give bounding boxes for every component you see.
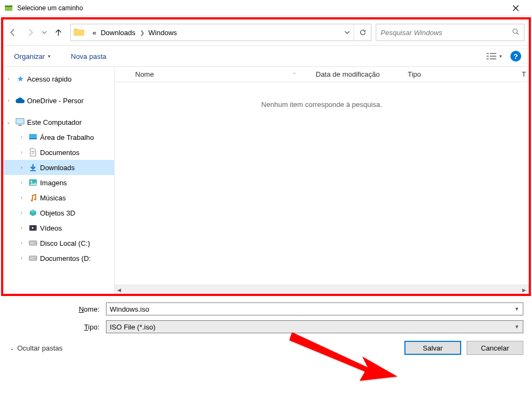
chevron-down-icon[interactable]: ▼ <box>512 304 522 314</box>
column-type[interactable]: Tipo <box>401 70 515 78</box>
chevron-icon[interactable]: › <box>17 210 26 216</box>
filename-label: Nome: <box>9 305 106 313</box>
svg-rect-8 <box>490 58 496 59</box>
chevron-down-icon: ▼ <box>498 54 503 59</box>
file-list: Nome ⌃ Data de modificação Tipo T Nenhum… <box>114 67 529 294</box>
tree-item[interactable]: ⌄Este Computador <box>3 115 114 130</box>
video-icon <box>28 223 38 233</box>
svg-rect-11 <box>18 125 22 126</box>
chevron-icon[interactable]: › <box>17 150 26 155</box>
doc-icon <box>28 147 38 157</box>
tree-item-label: Acesso rápido <box>27 75 71 83</box>
column-date[interactable]: Data de modificação <box>309 70 401 78</box>
column-name[interactable]: Nome ⌃ <box>115 70 309 78</box>
chevron-down-icon[interactable]: ▼ <box>512 322 522 332</box>
download-icon <box>28 163 38 172</box>
svg-rect-13 <box>29 138 37 139</box>
up-button[interactable] <box>51 25 66 40</box>
column-extra[interactable]: T <box>515 70 529 78</box>
tree-item[interactable]: ›Músicas <box>3 190 114 205</box>
filename-input[interactable]: Windows.iso ▼ <box>106 302 523 315</box>
svg-point-23 <box>35 243 36 244</box>
svg-rect-10 <box>16 119 24 124</box>
cancel-button[interactable]: Cancelar <box>467 341 523 355</box>
chevron-icon[interactable]: › <box>17 240 26 246</box>
navigation-tree: ›★Acesso rápido›OneDrive - Persor⌄Este C… <box>3 67 114 294</box>
tree-item-label: Vídeos <box>40 224 62 232</box>
image-icon <box>28 178 38 187</box>
tree-item-label: Documentos <box>40 149 79 157</box>
chevron-icon[interactable]: › <box>17 225 26 231</box>
tree-item[interactable]: ›Documentos (D: <box>3 251 114 266</box>
hide-folders-button[interactable]: ⌄ Ocultar pastas <box>10 344 63 352</box>
chevron-icon[interactable]: › <box>4 76 13 82</box>
save-button[interactable]: Salvar <box>404 341 461 355</box>
breadcrumb-item[interactable]: Downloads <box>98 29 137 37</box>
chevron-icon[interactable]: ⌄ <box>4 119 13 125</box>
search-box[interactable] <box>376 24 524 41</box>
svg-rect-1 <box>5 5 12 7</box>
scroll-right-icon[interactable]: ▶ <box>520 285 529 294</box>
navigation-bar: « Downloads ❯ Windows <box>3 19 529 45</box>
chevron-icon[interactable]: › <box>17 255 26 261</box>
recent-dropdown[interactable] <box>40 25 49 40</box>
tree-item-label: Objetos 3D <box>40 209 75 217</box>
help-button[interactable]: ? <box>510 51 521 62</box>
chevron-icon[interactable]: › <box>17 165 26 170</box>
chevron-icon[interactable]: › <box>17 195 26 200</box>
3d-icon <box>28 208 38 218</box>
hide-folders-label: Ocultar pastas <box>17 344 63 352</box>
refresh-button[interactable] <box>354 24 371 41</box>
desktop-icon <box>28 132 38 142</box>
filename-value: Windows.iso <box>110 305 149 313</box>
chevron-down-icon: ▼ <box>47 54 51 59</box>
tree-item[interactable]: ›Disco Local (C:) <box>3 235 114 251</box>
breadcrumb[interactable]: « Downloads ❯ Windows <box>88 29 341 37</box>
disk-icon <box>28 253 38 263</box>
svg-rect-5 <box>487 56 489 57</box>
tree-item[interactable]: ›Imagens <box>3 175 114 190</box>
svg-rect-4 <box>490 53 496 54</box>
tree-item[interactable]: ›Documentos <box>3 145 114 160</box>
search-icon <box>512 28 520 37</box>
new-folder-label: Nova pasta <box>71 52 107 60</box>
sort-indicator-icon: ⌃ <box>292 72 297 77</box>
chevron-icon[interactable]: › <box>4 98 13 103</box>
tree-item[interactable]: ›Área de Trabalho <box>3 130 114 145</box>
tree-item[interactable]: ›Vídeos <box>3 220 114 235</box>
tree-item-label: Disco Local (C:) <box>40 239 90 247</box>
filetype-label: Tipo: <box>9 323 106 331</box>
disk-icon <box>28 238 38 248</box>
tree-item[interactable]: ›OneDrive - Persor <box>3 93 114 108</box>
filetype-row: Tipo: ISO File (*.iso) ▼ <box>9 320 523 333</box>
save-panel: Nome: Windows.iso ▼ Tipo: ISO File (*.is… <box>0 297 532 364</box>
filetype-select[interactable]: ISO File (*.iso) ▼ <box>106 320 523 333</box>
view-options-button[interactable]: ▼ <box>484 50 505 62</box>
organize-menu[interactable]: Organizar ▼ <box>11 50 55 63</box>
back-button[interactable] <box>5 25 21 40</box>
button-row: ⌄ Ocultar pastas Salvar Cancelar <box>10 341 523 355</box>
music-icon <box>28 193 38 203</box>
label-text: ipo: <box>88 323 99 331</box>
address-bar[interactable]: « Downloads ❯ Windows <box>70 24 371 41</box>
svg-point-18 <box>31 181 32 183</box>
forward-button[interactable] <box>23 25 38 40</box>
horizontal-scrollbar[interactable]: ◀ ▶ <box>115 285 529 294</box>
tree-item-label: Músicas <box>40 194 66 202</box>
breadcrumb-item[interactable]: Windows <box>147 29 179 37</box>
cloud-icon <box>15 96 25 105</box>
chevron-icon[interactable]: › <box>17 134 26 140</box>
toolbar: Organizar ▼ Nova pasta ▼ ? <box>3 45 529 67</box>
highlighted-region: « Downloads ❯ Windows Organizar ▼ <box>1 17 531 296</box>
close-button[interactable] <box>503 0 528 16</box>
tree-item[interactable]: ›★Acesso rápido <box>3 71 114 86</box>
main-area: ›★Acesso rápido›OneDrive - Persor⌄Este C… <box>3 67 529 294</box>
search-input[interactable] <box>381 29 512 37</box>
new-folder-button[interactable]: Nova pasta <box>68 50 110 63</box>
chevron-icon[interactable]: › <box>17 180 26 185</box>
tree-item[interactable]: ›Objetos 3D <box>3 205 114 220</box>
tree-item[interactable]: ›Downloads <box>3 160 114 175</box>
tree-item-label: OneDrive - Persor <box>27 97 84 105</box>
address-dropdown[interactable] <box>341 30 354 35</box>
scroll-left-icon[interactable]: ◀ <box>115 285 124 294</box>
